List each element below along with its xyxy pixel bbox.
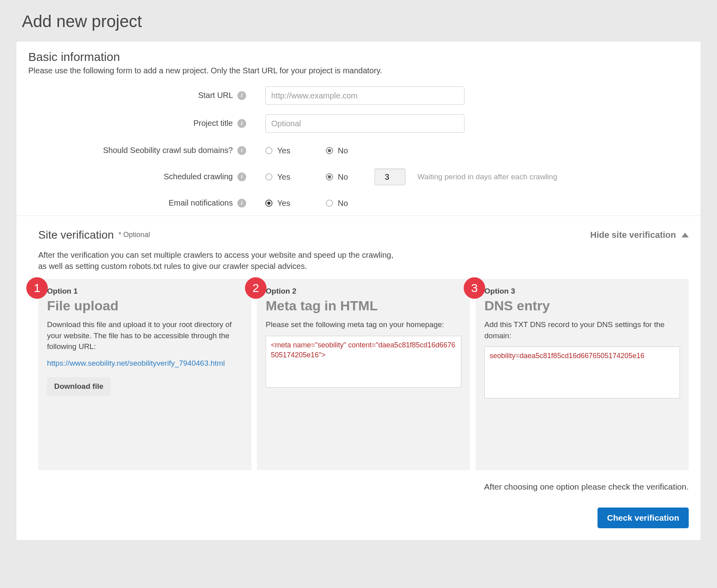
info-icon[interactable]: i [237,91,246,100]
scheduled-days-input[interactable] [374,169,406,185]
dns-record-code[interactable]: seobility=daea5c81f85cd16d6676505174205e… [484,347,680,398]
info-icon[interactable]: i [237,172,246,181]
hide-verification-label: Hide site verification [590,230,676,240]
row-subdomains: Should Seobility crawl sub domains? i Ye… [28,142,689,159]
option-badge-1: 1 [26,277,48,299]
label-email: Email notifications [168,198,233,207]
chevron-up-icon [682,233,689,237]
verification-title: Site verification [38,229,114,241]
option-desc: Add this TXT DNS record to your DNS sett… [484,319,680,341]
row-project-title: Project title i [28,114,689,133]
start-url-input[interactable] [265,86,464,105]
project-panel: Basic information Please use the followi… [16,41,701,541]
radio-label-no: No [338,146,348,155]
radio-label-no: No [338,199,348,208]
optional-note: * Optional [118,231,150,239]
email-yes-radio[interactable]: Yes [265,199,294,208]
option-label: Option 3 [484,287,680,296]
row-scheduled: Scheduled crawling i Yes No Waiting peri… [28,169,689,185]
verification-file-link[interactable]: https://www.seobility.net/seobilityverif… [47,358,243,369]
option-badge-2: 2 [245,277,266,299]
row-start-url: Start URL i [28,86,689,105]
option-card-dns: 3 Option 3 DNS entry Add this TXT DNS re… [476,279,689,470]
download-file-button[interactable]: Download file [47,377,111,396]
option-card-meta-tag: 2 Option 2 Meta tag in HTML Please set t… [257,279,470,470]
scheduled-no-radio[interactable]: No [326,172,355,182]
info-icon[interactable]: i [237,199,246,208]
option-card-file-upload: 1 Option 1 File upload Download this fil… [38,279,251,470]
radio-label-yes: Yes [277,199,290,208]
project-title-input[interactable] [265,114,464,133]
option-title: DNS entry [484,298,680,314]
label-scheduled: Scheduled crawling [164,172,233,181]
option-title: File upload [47,298,243,314]
basic-info-desc: Please use the following form to add a n… [28,66,689,75]
option-label: Option 1 [47,287,243,296]
subdomains-no-radio[interactable]: No [326,146,355,155]
page-title: Add new project [22,12,701,31]
option-label: Option 2 [266,287,461,296]
info-icon[interactable]: i [237,146,246,155]
divider [16,216,701,216]
email-no-radio[interactable]: No [326,199,355,208]
verification-after-text: After choosing one option please check t… [28,482,689,492]
radio-label-no: No [338,172,348,182]
radio-label-yes: Yes [277,172,290,182]
row-email: Email notifications i Yes No [28,195,689,212]
option-desc: Download this file and upload it to your… [47,319,243,352]
label-subdomains: Should Seobility crawl sub domains? [103,146,233,155]
hide-verification-toggle[interactable]: Hide site verification [590,230,689,240]
option-desc: Please set the following meta tag on you… [266,319,461,330]
radio-label-yes: Yes [277,146,290,155]
option-badge-3: 3 [464,277,485,299]
label-start-url: Start URL [198,91,233,100]
meta-tag-code[interactable]: <meta name="seobility" content="daea5c81… [266,336,461,388]
option-title: Meta tag in HTML [266,298,461,314]
subdomains-yes-radio[interactable]: Yes [265,146,294,155]
verification-desc: After the verification you can set multi… [28,249,689,272]
basic-info-title: Basic information [28,50,689,64]
scheduled-helper: Waiting period in days after each crawli… [417,172,557,181]
label-project-title: Project title [194,119,233,127]
scheduled-yes-radio[interactable]: Yes [265,172,294,182]
info-icon[interactable]: i [237,119,246,128]
check-verification-button[interactable]: Check verification [598,508,689,528]
